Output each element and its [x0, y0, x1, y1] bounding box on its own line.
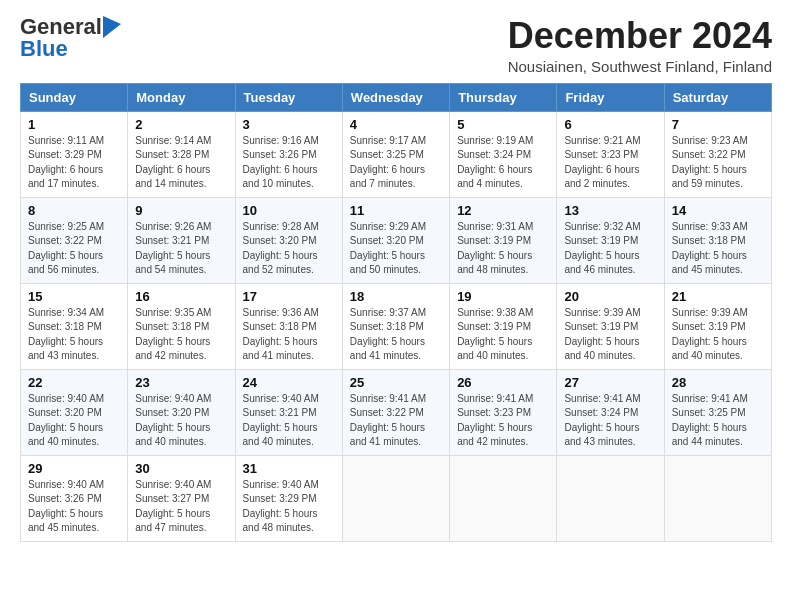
- day-cell-18: 18 Sunrise: 9:37 AMSunset: 3:18 PMDaylig…: [342, 283, 449, 369]
- day-cell-9: 9 Sunrise: 9:26 AMSunset: 3:21 PMDayligh…: [128, 197, 235, 283]
- day-info: Sunrise: 9:41 AMSunset: 3:24 PMDaylight:…: [564, 393, 640, 448]
- day-number: 7: [672, 117, 764, 132]
- svg-marker-0: [103, 16, 121, 38]
- day-cell-17: 17 Sunrise: 9:36 AMSunset: 3:18 PMDaylig…: [235, 283, 342, 369]
- day-number: 23: [135, 375, 227, 390]
- day-info: Sunrise: 9:37 AMSunset: 3:18 PMDaylight:…: [350, 307, 426, 362]
- day-number: 14: [672, 203, 764, 218]
- day-info: Sunrise: 9:39 AMSunset: 3:19 PMDaylight:…: [564, 307, 640, 362]
- day-cell-4: 4 Sunrise: 9:17 AMSunset: 3:25 PMDayligh…: [342, 111, 449, 197]
- weekday-header-row: SundayMondayTuesdayWednesdayThursdayFrid…: [21, 83, 772, 111]
- day-number: 25: [350, 375, 442, 390]
- day-cell-30: 30 Sunrise: 9:40 AMSunset: 3:27 PMDaylig…: [128, 455, 235, 541]
- day-cell-1: 1 Sunrise: 9:11 AMSunset: 3:29 PMDayligh…: [21, 111, 128, 197]
- weekday-header-tuesday: Tuesday: [235, 83, 342, 111]
- day-cell-22: 22 Sunrise: 9:40 AMSunset: 3:20 PMDaylig…: [21, 369, 128, 455]
- day-info: Sunrise: 9:34 AMSunset: 3:18 PMDaylight:…: [28, 307, 104, 362]
- location-title: Nousiainen, Southwest Finland, Finland: [508, 58, 772, 75]
- weekday-header-wednesday: Wednesday: [342, 83, 449, 111]
- day-info: Sunrise: 9:38 AMSunset: 3:19 PMDaylight:…: [457, 307, 533, 362]
- day-info: Sunrise: 9:31 AMSunset: 3:19 PMDaylight:…: [457, 221, 533, 276]
- day-cell-23: 23 Sunrise: 9:40 AMSunset: 3:20 PMDaylig…: [128, 369, 235, 455]
- day-number: 5: [457, 117, 549, 132]
- day-number: 24: [243, 375, 335, 390]
- logo-icon: [103, 16, 121, 38]
- day-info: Sunrise: 9:41 AMSunset: 3:25 PMDaylight:…: [672, 393, 748, 448]
- day-number: 20: [564, 289, 656, 304]
- week-row-1: 1 Sunrise: 9:11 AMSunset: 3:29 PMDayligh…: [21, 111, 772, 197]
- day-cell-12: 12 Sunrise: 9:31 AMSunset: 3:19 PMDaylig…: [450, 197, 557, 283]
- day-cell-31: 31 Sunrise: 9:40 AMSunset: 3:29 PMDaylig…: [235, 455, 342, 541]
- empty-cell: [450, 455, 557, 541]
- day-number: 6: [564, 117, 656, 132]
- day-info: Sunrise: 9:40 AMSunset: 3:26 PMDaylight:…: [28, 479, 104, 534]
- day-number: 18: [350, 289, 442, 304]
- logo: General Blue: [20, 16, 121, 62]
- logo-blue: Blue: [20, 36, 68, 61]
- day-cell-16: 16 Sunrise: 9:35 AMSunset: 3:18 PMDaylig…: [128, 283, 235, 369]
- day-number: 10: [243, 203, 335, 218]
- weekday-header-friday: Friday: [557, 83, 664, 111]
- day-number: 11: [350, 203, 442, 218]
- day-cell-14: 14 Sunrise: 9:33 AMSunset: 3:18 PMDaylig…: [664, 197, 771, 283]
- logo-general: General: [20, 16, 102, 38]
- day-number: 9: [135, 203, 227, 218]
- day-cell-3: 3 Sunrise: 9:16 AMSunset: 3:26 PMDayligh…: [235, 111, 342, 197]
- day-info: Sunrise: 9:32 AMSunset: 3:19 PMDaylight:…: [564, 221, 640, 276]
- day-cell-11: 11 Sunrise: 9:29 AMSunset: 3:20 PMDaylig…: [342, 197, 449, 283]
- day-info: Sunrise: 9:23 AMSunset: 3:22 PMDaylight:…: [672, 135, 748, 190]
- weekday-header-monday: Monday: [128, 83, 235, 111]
- empty-cell: [557, 455, 664, 541]
- day-info: Sunrise: 9:17 AMSunset: 3:25 PMDaylight:…: [350, 135, 426, 190]
- calendar-table: SundayMondayTuesdayWednesdayThursdayFrid…: [20, 83, 772, 542]
- day-number: 2: [135, 117, 227, 132]
- day-info: Sunrise: 9:40 AMSunset: 3:21 PMDaylight:…: [243, 393, 319, 448]
- day-cell-29: 29 Sunrise: 9:40 AMSunset: 3:26 PMDaylig…: [21, 455, 128, 541]
- day-number: 15: [28, 289, 120, 304]
- day-number: 1: [28, 117, 120, 132]
- day-cell-20: 20 Sunrise: 9:39 AMSunset: 3:19 PMDaylig…: [557, 283, 664, 369]
- day-info: Sunrise: 9:41 AMSunset: 3:23 PMDaylight:…: [457, 393, 533, 448]
- day-info: Sunrise: 9:29 AMSunset: 3:20 PMDaylight:…: [350, 221, 426, 276]
- day-info: Sunrise: 9:40 AMSunset: 3:29 PMDaylight:…: [243, 479, 319, 534]
- day-cell-2: 2 Sunrise: 9:14 AMSunset: 3:28 PMDayligh…: [128, 111, 235, 197]
- weekday-header-saturday: Saturday: [664, 83, 771, 111]
- day-number: 29: [28, 461, 120, 476]
- day-info: Sunrise: 9:14 AMSunset: 3:28 PMDaylight:…: [135, 135, 211, 190]
- day-info: Sunrise: 9:39 AMSunset: 3:19 PMDaylight:…: [672, 307, 748, 362]
- day-cell-8: 8 Sunrise: 9:25 AMSunset: 3:22 PMDayligh…: [21, 197, 128, 283]
- day-cell-26: 26 Sunrise: 9:41 AMSunset: 3:23 PMDaylig…: [450, 369, 557, 455]
- day-number: 19: [457, 289, 549, 304]
- day-number: 8: [28, 203, 120, 218]
- day-cell-7: 7 Sunrise: 9:23 AMSunset: 3:22 PMDayligh…: [664, 111, 771, 197]
- day-info: Sunrise: 9:28 AMSunset: 3:20 PMDaylight:…: [243, 221, 319, 276]
- day-number: 31: [243, 461, 335, 476]
- week-row-2: 8 Sunrise: 9:25 AMSunset: 3:22 PMDayligh…: [21, 197, 772, 283]
- week-row-4: 22 Sunrise: 9:40 AMSunset: 3:20 PMDaylig…: [21, 369, 772, 455]
- day-cell-10: 10 Sunrise: 9:28 AMSunset: 3:20 PMDaylig…: [235, 197, 342, 283]
- day-info: Sunrise: 9:33 AMSunset: 3:18 PMDaylight:…: [672, 221, 748, 276]
- day-cell-24: 24 Sunrise: 9:40 AMSunset: 3:21 PMDaylig…: [235, 369, 342, 455]
- day-number: 17: [243, 289, 335, 304]
- day-cell-13: 13 Sunrise: 9:32 AMSunset: 3:19 PMDaylig…: [557, 197, 664, 283]
- title-area: December 2024 Nousiainen, Southwest Finl…: [508, 16, 772, 75]
- day-cell-28: 28 Sunrise: 9:41 AMSunset: 3:25 PMDaylig…: [664, 369, 771, 455]
- day-number: 22: [28, 375, 120, 390]
- day-number: 13: [564, 203, 656, 218]
- day-number: 28: [672, 375, 764, 390]
- day-cell-27: 27 Sunrise: 9:41 AMSunset: 3:24 PMDaylig…: [557, 369, 664, 455]
- day-info: Sunrise: 9:41 AMSunset: 3:22 PMDaylight:…: [350, 393, 426, 448]
- week-row-5: 29 Sunrise: 9:40 AMSunset: 3:26 PMDaylig…: [21, 455, 772, 541]
- day-info: Sunrise: 9:35 AMSunset: 3:18 PMDaylight:…: [135, 307, 211, 362]
- day-info: Sunrise: 9:11 AMSunset: 3:29 PMDaylight:…: [28, 135, 104, 190]
- day-number: 16: [135, 289, 227, 304]
- day-info: Sunrise: 9:40 AMSunset: 3:20 PMDaylight:…: [28, 393, 104, 448]
- day-number: 21: [672, 289, 764, 304]
- day-info: Sunrise: 9:40 AMSunset: 3:27 PMDaylight:…: [135, 479, 211, 534]
- weekday-header-sunday: Sunday: [21, 83, 128, 111]
- header: General Blue December 2024 Nousiainen, S…: [20, 16, 772, 75]
- day-info: Sunrise: 9:25 AMSunset: 3:22 PMDaylight:…: [28, 221, 104, 276]
- weekday-header-thursday: Thursday: [450, 83, 557, 111]
- day-cell-15: 15 Sunrise: 9:34 AMSunset: 3:18 PMDaylig…: [21, 283, 128, 369]
- day-cell-5: 5 Sunrise: 9:19 AMSunset: 3:24 PMDayligh…: [450, 111, 557, 197]
